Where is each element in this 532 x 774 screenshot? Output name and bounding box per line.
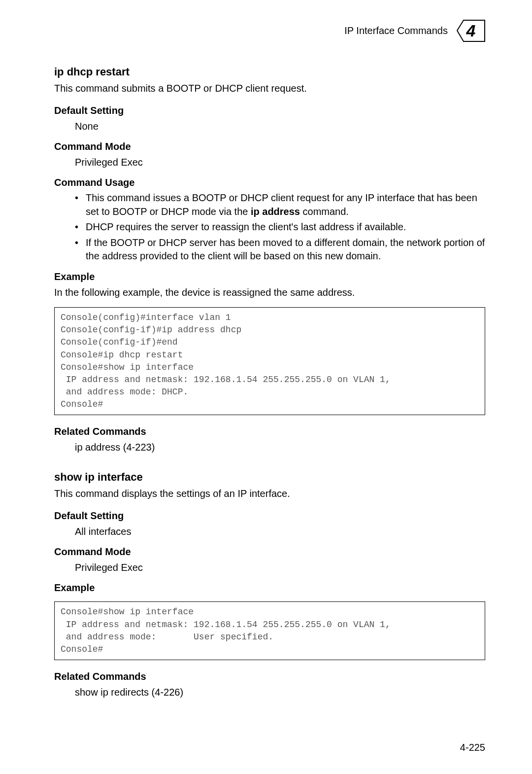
related-commands-value: show ip redirects (4-226) — [75, 685, 485, 699]
usage-text-bold: ip address — [251, 206, 300, 217]
command-mode-value: Privileged Exec — [75, 561, 485, 574]
section-show-ip-interface: show ip interface This command displays … — [54, 471, 485, 699]
default-setting-value: All interfaces — [75, 525, 485, 538]
usage-item: If the BOOTP or DHCP server has been mov… — [75, 236, 485, 263]
related-commands-label: Related Commands — [54, 671, 485, 682]
example-block: Example In the following example, the de… — [54, 271, 485, 299]
related-commands-block: Related Commands show ip redirects (4-22… — [54, 671, 485, 699]
usage-text-pre: DHCP requires the server to reassign the… — [86, 221, 406, 232]
related-commands-block: Related Commands ip address (4-223) — [54, 426, 485, 454]
code-block: Console(config)#interface vlan 1 Console… — [54, 307, 485, 416]
usage-item: DHCP requires the server to reassign the… — [75, 220, 485, 234]
command-mode-value: Privileged Exec — [75, 155, 485, 169]
section-title: ip dhcp restart — [54, 66, 485, 78]
default-setting-label: Default Setting — [54, 105, 485, 116]
command-mode-block: Command Mode Privileged Exec — [54, 546, 485, 574]
default-setting-label: Default Setting — [54, 510, 485, 522]
example-intro: In the following example, the device is … — [54, 285, 485, 299]
page-header: IP Interface Commands 4 — [54, 20, 485, 42]
usage-list: This command issues a BOOTP or DHCP clie… — [75, 191, 485, 263]
usage-item: This command issues a BOOTP or DHCP clie… — [75, 191, 485, 218]
section-ip-dhcp-restart: ip dhcp restart This command submits a B… — [54, 66, 485, 454]
default-setting-block: Default Setting None — [54, 105, 485, 133]
usage-text-post: command. — [300, 206, 349, 217]
example-block: Example — [54, 582, 485, 594]
related-commands-value: ip address (4-223) — [75, 440, 485, 454]
usage-text-pre: If the BOOTP or DHCP server has been mov… — [86, 237, 485, 262]
page-number: 4-225 — [460, 742, 485, 753]
chapter-number: 4 — [466, 21, 476, 40]
command-usage-label: Command Usage — [54, 177, 485, 188]
example-label: Example — [54, 582, 485, 594]
code-block: Console#show ip interface IP address and… — [54, 601, 485, 660]
section-title: show ip interface — [54, 471, 485, 484]
header-title: IP Interface Commands — [344, 25, 448, 36]
command-usage-block: Command Usage This command issues a BOOT… — [54, 177, 485, 263]
example-label: Example — [54, 271, 485, 282]
section-description: This command displays the settings of an… — [54, 487, 485, 500]
chapter-badge: 4 — [457, 20, 485, 42]
related-commands-label: Related Commands — [54, 426, 485, 437]
command-mode-label: Command Mode — [54, 546, 485, 558]
command-mode-block: Command Mode Privileged Exec — [54, 141, 485, 169]
default-setting-value: None — [75, 119, 485, 133]
section-description: This command submits a BOOTP or DHCP cli… — [54, 81, 485, 95]
default-setting-block: Default Setting All interfaces — [54, 510, 485, 538]
command-mode-label: Command Mode — [54, 141, 485, 152]
